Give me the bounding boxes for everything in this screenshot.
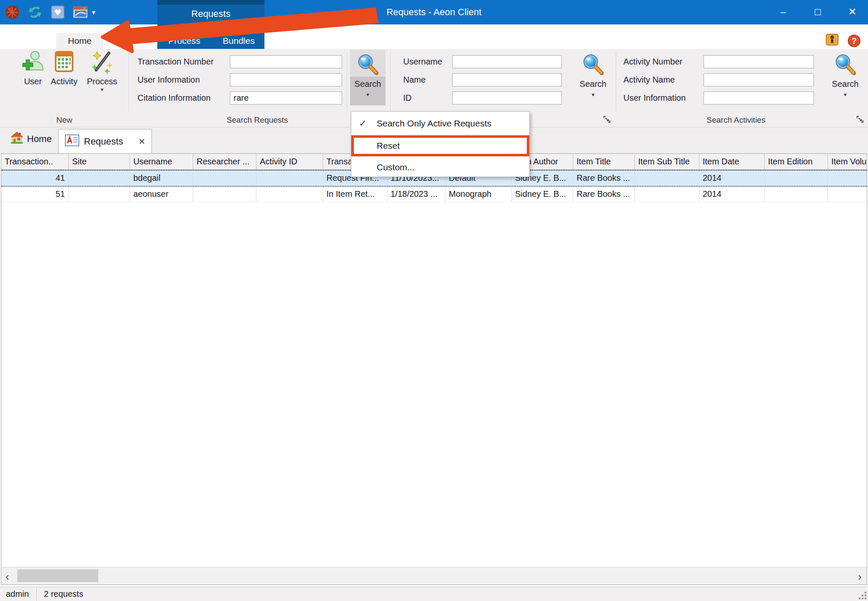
- table-cell: [765, 187, 828, 201]
- new-activity-label: Activity: [51, 77, 77, 86]
- user-information-label: User Information: [137, 73, 200, 86]
- app-window: ▾ Requests - Aeon Client – □ ✕ Requests …: [0, 0, 868, 601]
- search-icon: [350, 50, 385, 77]
- group-caption-search-activities: Search Activities: [658, 115, 814, 125]
- id-input[interactable]: [452, 91, 562, 105]
- table-cell: Sidney E. B...: [512, 187, 573, 201]
- status-separator: [36, 588, 37, 601]
- table-cell: [635, 171, 699, 186]
- search-users-button[interactable]: Search ▾: [575, 50, 611, 105]
- menu-item-reset[interactable]: Reset: [351, 135, 529, 156]
- doc-tab-home-label: Home: [27, 134, 52, 145]
- table-cell: [765, 171, 828, 186]
- tab-home[interactable]: Home: [56, 33, 103, 49]
- doc-tab-close-icon[interactable]: ✕: [138, 137, 146, 147]
- scroll-right-arrow[interactable]: ›: [858, 570, 862, 583]
- search-requests-dropdown-arrow[interactable]: ▾: [367, 91, 369, 98]
- scrollbar-thumb[interactable]: [17, 569, 98, 582]
- column-header[interactable]: Item Sub Title: [635, 154, 699, 170]
- doc-tab-requests-label: Requests: [84, 136, 123, 147]
- status-user: admin: [6, 589, 29, 599]
- hamburger-menu-icon[interactable]: [18, 36, 36, 46]
- group-caption-search-requests: Search Requests: [131, 115, 384, 125]
- table-cell: [256, 171, 323, 186]
- resize-grip[interactable]: [859, 592, 866, 599]
- new-process-button[interactable]: Process ▾: [86, 50, 118, 105]
- maximize-button[interactable]: □: [806, 3, 829, 20]
- activity-name-input[interactable]: [704, 73, 814, 86]
- table-row[interactable]: 51aeonuserIn Item Ret...1/18/2023 ...Mon…: [1, 187, 867, 202]
- column-header[interactable]: Item Edition: [765, 154, 828, 170]
- scroll-left-arrow[interactable]: ‹: [5, 570, 9, 583]
- user-information-input[interactable]: [230, 73, 342, 86]
- activity-number-input[interactable]: [704, 55, 814, 68]
- new-user-button[interactable]: User: [17, 50, 49, 105]
- new-activity-button[interactable]: Activity: [48, 50, 80, 105]
- help-icon[interactable]: ?: [848, 35, 860, 47]
- column-header[interactable]: Site: [69, 154, 130, 170]
- search-users-button-label: Search: [580, 79, 606, 89]
- name-input[interactable]: [452, 73, 562, 86]
- username-input[interactable]: [452, 55, 562, 68]
- table-cell: 41: [1, 171, 69, 186]
- column-header[interactable]: Activity ID: [256, 154, 323, 170]
- group-caption-new: New: [0, 115, 129, 125]
- search-icon: [828, 50, 863, 77]
- new-activity-icon: [52, 50, 76, 76]
- menu-item-custom[interactable]: Custom...: [351, 156, 529, 178]
- column-header[interactable]: Researcher ...: [193, 154, 256, 170]
- context-tab-label: Requests: [157, 8, 264, 19]
- horizontal-scrollbar[interactable]: ‹ ›: [1, 567, 867, 585]
- menu-item-search-only-active[interactable]: ✓ Search Only Active Requests: [351, 112, 529, 135]
- transaction-number-label: Transaction Number: [137, 55, 213, 68]
- dialog-launcher-icon[interactable]: [856, 115, 864, 123]
- citation-information-input[interactable]: [230, 91, 342, 105]
- column-header[interactable]: Username: [130, 154, 193, 170]
- title-bar: ▾ Requests - Aeon Client – □ ✕: [0, 0, 868, 24]
- new-process-label: Process: [87, 77, 117, 86]
- activities-user-information-input[interactable]: [704, 91, 814, 105]
- table-cell: [193, 187, 256, 201]
- doc-tab-home[interactable]: Home: [10, 131, 52, 147]
- table-cell: [69, 171, 130, 186]
- search-activities-button[interactable]: Search ▾: [828, 50, 863, 105]
- minimize-button[interactable]: –: [772, 3, 795, 20]
- close-button[interactable]: ✕: [841, 3, 864, 20]
- column-header[interactable]: Item Title: [573, 154, 635, 170]
- column-header[interactable]: Item Date: [699, 154, 765, 170]
- dialog-launcher-icon[interactable]: [603, 115, 611, 123]
- table-cell: 1/18/2023 ...: [387, 187, 445, 201]
- transaction-number-input[interactable]: [230, 55, 342, 68]
- column-header[interactable]: Item Volu: [828, 154, 867, 170]
- status-request-count: 2 requests: [44, 589, 83, 599]
- window-title: Requests - Aeon Client: [0, 7, 868, 18]
- requests-icon: [65, 134, 80, 149]
- table-cell: In Item Ret...: [323, 187, 387, 201]
- requests-grid: Transaction..SiteUsernameResearcher ...A…: [1, 153, 867, 585]
- table-cell: bdegail: [130, 171, 193, 186]
- table-cell: Rare Books ...: [573, 171, 635, 186]
- new-user-label: User: [24, 77, 42, 86]
- feedback-icon[interactable]: [826, 34, 838, 48]
- tab-process[interactable]: Process: [165, 33, 203, 49]
- search-activities-dropdown-arrow[interactable]: ▾: [844, 91, 847, 98]
- search-users-dropdown-arrow[interactable]: ▾: [592, 91, 595, 98]
- search-requests-button-label: Search: [354, 79, 381, 89]
- username-label: Username: [403, 55, 442, 68]
- status-bar: admin 2 requests: [0, 587, 868, 601]
- table-cell: [256, 187, 323, 201]
- new-process-dropdown-arrow[interactable]: ▾: [101, 86, 104, 93]
- activity-number-label: Activity Number: [623, 55, 682, 68]
- new-user-icon: [21, 50, 45, 76]
- activities-user-information-label: User Information: [623, 91, 686, 104]
- new-process-icon: [90, 50, 114, 76]
- titlebar-utility-icons: ?: [826, 34, 860, 48]
- tab-bundles[interactable]: Bundles: [219, 33, 258, 49]
- table-cell: [193, 171, 256, 186]
- id-label: ID: [403, 91, 412, 104]
- doc-tab-requests[interactable]: Requests ✕: [58, 129, 152, 153]
- table-cell: aeonuser: [130, 187, 193, 201]
- column-header[interactable]: Transaction..: [1, 154, 69, 170]
- search-requests-button[interactable]: Search ▾: [350, 50, 385, 105]
- tab-manage[interactable]: Manage: [106, 33, 147, 49]
